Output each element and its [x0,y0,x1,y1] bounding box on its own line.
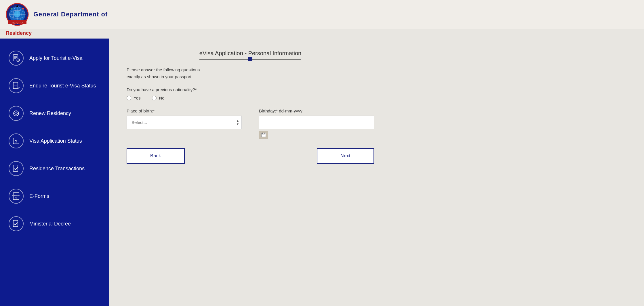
previous-nationality-question: Do you have a previous nationality?* [127,87,374,92]
place-of-birth-group: Place of birth:* Select... ▲ ▼ [127,108,242,129]
sidebar-label-apply-tourist-evisa: Apply for Tourist e-Visa [29,55,82,61]
svg-point-9 [22,8,24,9]
e-forms-icon: e-Forms [9,189,24,204]
svg-rect-40 [262,135,263,135]
svg-text:e-Forms: e-Forms [12,194,20,197]
sub-header: Residency [0,29,644,39]
svg-point-23 [15,112,17,114]
sidebar-item-apply-tourist-evisa[interactable]: Apply for Tourist e-Visa [0,44,109,72]
svg-rect-44 [263,136,264,136]
svg-rect-41 [263,135,264,135]
birthday-group: Birthday:* dd-mm-yyyy [259,108,374,139]
header-title: General Department of [33,11,108,18]
header: الجنسية والجوازات General Department of [0,0,644,29]
form-description: Please answer the following questions ex… [127,66,374,80]
sidebar-label-renew-residency: Renew Residency [29,110,71,116]
sidebar-label-e-forms: E-Forms [29,193,49,199]
logo-image: الجنسية والجوازات [6,3,29,26]
svg-point-10 [16,5,18,7]
calendar-svg [261,133,266,137]
sidebar-label-ministerial-decree: Ministerial Decree [29,221,71,227]
form-container: eVisa Application - Personal Information… [127,50,374,164]
sidebar: Apply for Tourist e-Visa ? Enquire Touri… [0,39,109,306]
sidebar-item-visa-application-status[interactable]: ? Visa Application Status [0,127,109,155]
sidebar-label-enquire-tourist-evisa: Enquire Tourist e-Visa Status [29,83,96,89]
svg-rect-30 [13,165,18,171]
radio-yes-label[interactable]: Yes [127,95,140,100]
birthday-label: Birthday:* dd-mm-yyyy [259,108,374,113]
sidebar-label-visa-application-status: Visa Application Status [29,138,82,144]
radio-yes-text: Yes [134,95,140,100]
radio-yes[interactable] [127,96,131,100]
svg-rect-42 [264,135,265,135]
form-title: eVisa Application - Personal Information [199,50,301,60]
radio-group-nationality: Yes No [127,95,374,100]
main-layout: Apply for Tourist e-Visa ? Enquire Touri… [0,39,644,306]
content-area: eVisa Application - Personal Information… [109,39,644,306]
radio-no[interactable] [152,96,157,100]
enquire-evisa-icon: ? [9,78,24,93]
svg-rect-34 [13,220,18,227]
visa-status-icon: ? [9,133,24,148]
sidebar-item-renew-residency[interactable]: Renew Residency [0,100,109,127]
sidebar-item-enquire-tourist-evisa[interactable]: ? Enquire Tourist e-Visa Status [0,72,109,100]
svg-text:الجنسية والجوازات: الجنسية والجوازات [12,22,23,24]
place-of-birth-label: Place of birth:* [127,108,242,113]
renew-residency-icon [9,106,24,121]
svg-rect-18 [13,82,18,89]
place-of-birth-select-wrapper: Select... ▲ ▼ [127,116,242,129]
sidebar-item-residence-transactions[interactable]: Residence Transactions [0,155,109,182]
place-of-birth-select[interactable]: Select... [127,116,241,129]
sub-header-subtitle: Residency [6,30,32,36]
svg-rect-43 [262,136,263,136]
svg-point-8 [11,8,12,9]
fields-row: Place of birth:* Select... ▲ ▼ Birthday:… [127,108,374,139]
sidebar-item-e-forms[interactable]: e-Forms E-Forms [0,182,109,210]
buttons-row: Back Next [127,148,374,164]
back-button[interactable]: Back [127,148,185,164]
birthday-input[interactable] [259,116,374,129]
calendar-icon-button[interactable] [259,131,268,139]
sidebar-item-ministerial-decree[interactable]: Ministerial Decree [0,210,109,238]
radio-no-label[interactable]: No [152,95,164,100]
apply-evisa-icon [9,51,24,66]
ministerial-decree-icon [9,216,24,231]
form-title-wrapper: eVisa Application - Personal Information [127,50,374,60]
svg-text:?: ? [15,139,18,144]
next-button[interactable]: Next [317,148,374,164]
radio-no-text: No [159,95,164,100]
svg-text:?: ? [18,87,20,90]
residence-transactions-icon [9,161,24,176]
date-input-wrapper [259,116,374,139]
sidebar-label-residence-transactions: Residence Transactions [29,166,85,172]
